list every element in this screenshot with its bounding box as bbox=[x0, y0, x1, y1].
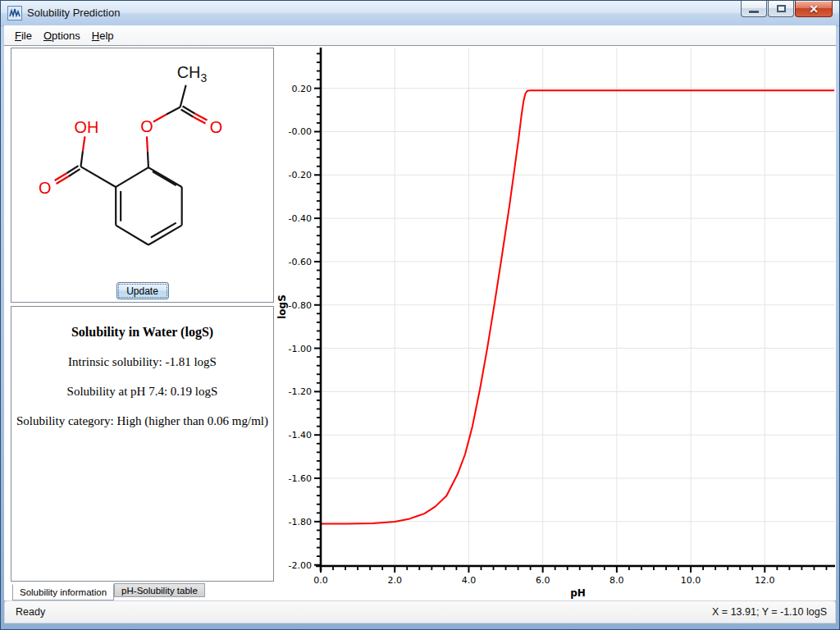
app-icon bbox=[7, 6, 22, 21]
molecule-canvas[interactable]: CH3 OH O O O bbox=[11, 48, 273, 302]
carbonyl-oxygen-label: O bbox=[210, 118, 222, 136]
y-tick-label: -0.80 bbox=[289, 300, 312, 311]
restore-button[interactable] bbox=[768, 1, 794, 17]
carboxyl-group bbox=[55, 136, 116, 187]
menu-item-help[interactable]: Help bbox=[86, 27, 120, 44]
menubar: File Options Help bbox=[4, 25, 836, 46]
info-title: Solubility in Water (logS) bbox=[11, 325, 273, 340]
y-tick-label: -0.60 bbox=[289, 257, 312, 267]
x-tick-label: 0.0 bbox=[313, 575, 328, 586]
y-tick-label: -1.80 bbox=[289, 517, 312, 527]
minimize-icon bbox=[749, 11, 759, 13]
tab-ph-solubility-table[interactable]: pH-Solubility table bbox=[114, 583, 205, 597]
menu-item-file[interactable]: File bbox=[9, 27, 38, 44]
window-controls: ✕ bbox=[740, 1, 833, 17]
x-tick-label: 6.0 bbox=[536, 575, 550, 586]
intrinsic-solubility-line: Intrinsic solubility: -1.81 logS bbox=[11, 355, 273, 369]
y-tick-label: 0.20 bbox=[292, 84, 313, 94]
menu-item-options[interactable]: Options bbox=[38, 27, 86, 44]
x-tick-label: 4.0 bbox=[462, 575, 477, 586]
minimize-button[interactable] bbox=[741, 1, 767, 17]
x-tick-label: 12.0 bbox=[755, 575, 775, 586]
cursor-coordinates-readout: X = 13.91; Y = -1.10 logS bbox=[712, 606, 827, 618]
solubility-info-panel: Solubility in Water (logS) Intrinsic sol… bbox=[11, 306, 274, 582]
y-tick-label: -0.40 bbox=[289, 213, 312, 224]
hydroxyl-label: OH bbox=[75, 118, 99, 136]
app-window: Solubility Prediction ✕ File Options Hel… bbox=[0, 0, 840, 630]
solubility-category-line: Solubility category: High (higher than 0… bbox=[11, 414, 273, 428]
ph-solubility-chart[interactable]: 0.20-0.00-0.20-0.40-0.60-0.80-1.00-1.20-… bbox=[276, 46, 836, 600]
statusbar: Ready X = 13.91; Y = -1.10 logS bbox=[4, 600, 836, 623]
restore-icon bbox=[777, 5, 786, 12]
close-button[interactable]: ✕ bbox=[795, 1, 833, 17]
y-tick-label: -1.00 bbox=[289, 344, 312, 354]
y-axis-title: logS bbox=[276, 294, 288, 319]
x-tick-label: 2.0 bbox=[387, 575, 402, 586]
y-tick-label: -1.40 bbox=[289, 430, 312, 441]
titlebar[interactable]: Solubility Prediction ✕ bbox=[1, 1, 839, 26]
status-message: Ready bbox=[16, 606, 45, 618]
y-tick-label: -2.00 bbox=[289, 560, 312, 571]
main-area: CH3 OH O O O Update Solubility in Water … bbox=[4, 46, 836, 600]
window-title: Solubility Prediction bbox=[27, 7, 120, 19]
y-tick-label: -1.20 bbox=[289, 386, 312, 397]
solubility-ph74-line: Solubility at pH 7.4: 0.19 logS bbox=[11, 385, 273, 399]
y-tick-label: -0.20 bbox=[289, 170, 312, 180]
atom-labels: CH3 OH O O O bbox=[39, 63, 222, 197]
methyl-label: CH3 bbox=[177, 63, 208, 84]
y-tick-label: -1.60 bbox=[289, 473, 312, 484]
ester-oxygen-label: O bbox=[140, 117, 153, 135]
benzene-ring bbox=[116, 167, 181, 244]
close-icon: ✕ bbox=[809, 2, 819, 16]
acid-oxygen-label: O bbox=[39, 179, 51, 197]
solubility-curve bbox=[321, 90, 834, 523]
x-tick-label: 8.0 bbox=[609, 575, 624, 586]
update-button[interactable]: Update bbox=[116, 282, 169, 299]
y-tick-label: -0.00 bbox=[289, 126, 312, 137]
acetyl-ester-group bbox=[147, 85, 208, 167]
tab-solubility-information[interactable]: Solubility information bbox=[12, 584, 114, 600]
x-axis-title: pH bbox=[570, 587, 586, 599]
structure-panel: CH3 OH O O O Update bbox=[11, 48, 274, 303]
x-tick-label: 10.0 bbox=[681, 575, 701, 586]
tabstrip: Solubility information pH-Solubility tab… bbox=[12, 584, 205, 600]
